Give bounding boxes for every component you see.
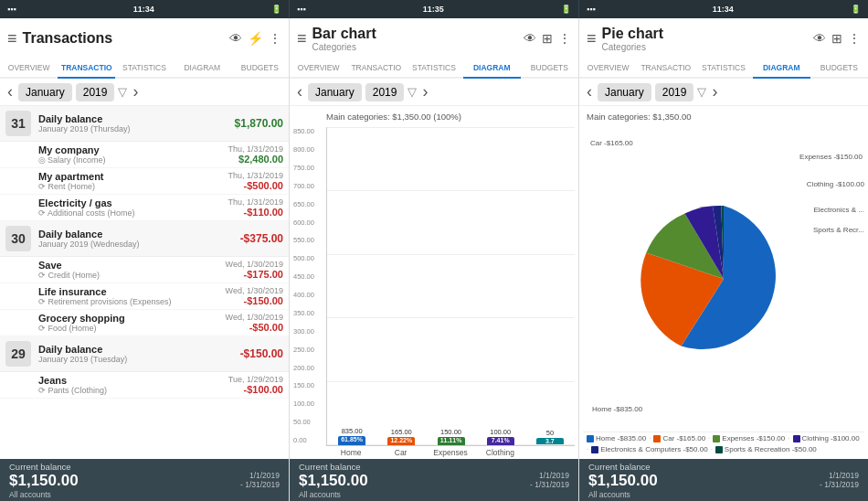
eye-icon-3[interactable]: 👁 [813,31,826,46]
filter-funnel-3[interactable]: ▽ [697,85,706,99]
footer-label-1: Current balance [9,462,79,472]
tab-overview-1[interactable]: OVERVIEW [0,59,58,77]
more-icon-2[interactable]: ⋮ [558,31,571,46]
more-icon-1[interactable]: ⋮ [269,31,281,46]
barchart-subtitle: Categories [312,42,518,52]
tab-budgets-1[interactable]: BUDGETS [231,59,289,77]
eye-icon-2[interactable]: 👁 [524,31,536,46]
txn-cat-mycompany: ◎Salary (Income) [38,155,228,165]
txn-save: Save ⟳ Credit (Home) Wed, 1/30/2019 -$17… [0,257,289,283]
legend-dot-electronics [591,446,598,453]
tab-transactions-3[interactable]: TRANSACTIO [637,59,694,77]
tab-diagram-3[interactable]: DIAGRAM [753,59,810,79]
bar-expenses[interactable]: 11.11% [438,437,465,445]
y-label-650: 650.00 [293,200,326,208]
bar-other[interactable]: 3.7 [536,438,564,445]
footer-amount-2: $1,150.00 [299,472,368,490]
time-1: 11:34 [133,5,154,14]
next-month-3[interactable]: › [710,82,719,101]
bar-car[interactable]: 12.22% [387,437,415,445]
tab-statistics-1[interactable]: STATISTICS [115,59,173,77]
txn-electricity: Electricity / gas ⟳ Additional costs (Ho… [0,195,289,221]
bar-pct-clothing: 7.41% [492,437,510,445]
piechart-header: Main categories: $1,350.00 [583,110,864,125]
grid-line-1 [327,381,575,382]
tab-transactions-2[interactable]: TRANSACTIO [347,59,405,77]
y-label-0: 0.00 [293,436,326,444]
prev-month-1[interactable]: ‹ [5,82,15,101]
tab-transactions-1[interactable]: TRANSACTIO [58,59,115,79]
footer-date-1: 1/1/2019 [240,471,280,480]
x-label-other [529,448,571,457]
day-sub-31: January 2019 (Thursday) [38,124,228,133]
more-icon-3[interactable]: ⋮ [848,31,861,46]
legend-sep-3: · [788,434,789,442]
tab-diagram-2[interactable]: DIAGRAM [463,59,521,79]
legend-label-electronics: Electronics & Computers -$50.00 [600,445,707,453]
bar-clothing[interactable]: 7.41% [487,437,514,445]
nav-bar-2: ‹ January 2019 ▽ › [290,79,578,106]
y-label-100: 100.00 [293,400,326,408]
piechart-subtitle: Categories [602,42,808,52]
nav-bar-1: ‹ January 2019 ▽ › [0,79,289,106]
x-label-car: Car [379,448,421,457]
footer-date2-1: - 1/31/2019 [240,480,280,489]
filter-funnel-2[interactable]: ▽ [408,85,417,99]
day-sub-29: January 2019 (Tuesday) [38,355,233,364]
next-month-2[interactable]: › [420,82,429,101]
month-btn-2[interactable]: January [308,83,362,101]
txn-amount-apartment: -$500.00 [228,180,283,191]
y-label-300: 300.00 [293,327,326,336]
eye-icon-1[interactable]: 👁 [229,31,242,46]
y-label-550: 550.00 [293,236,326,244]
txn-cat-grocery: ⟳ Food (Home) [38,324,226,333]
txn-name-insurance: Life insurance [38,286,226,297]
legend-label-expenses: Expenses -$150.00 [722,434,785,442]
bar-home[interactable]: 61.85% [338,436,365,445]
menu-icon-3[interactable]: ≡ [587,29,597,48]
day-info-29: Daily balance January 2019 (Tuesday) [38,344,233,364]
month-btn-1[interactable]: January [18,83,72,101]
status-bar-1: ▪▪▪ 11:34 🔋 [0,0,289,18]
menu-icon-1[interactable]: ≡ [7,29,17,48]
next-month-1[interactable]: › [131,82,140,101]
tab-budgets-3[interactable]: BUDGETS [810,59,868,77]
tab-overview-2[interactable]: OVERVIEW [290,59,347,77]
prev-month-2[interactable]: ‹ [295,82,304,101]
year-btn-3[interactable]: 2019 [655,83,694,101]
tab-overview-3[interactable]: OVERVIEW [579,59,637,77]
month-btn-3[interactable]: January [598,83,651,101]
legend-dot-clothing [793,435,800,442]
legend-sep-2: · [708,434,710,442]
nav-bar-3: ‹ January 2019 ▽ › [579,79,868,106]
txn-grocery: Grocery shopping ⟳ Food (Home) Wed, 1/30… [0,310,289,336]
tab-statistics-2[interactable]: STATISTICS [405,59,462,77]
signal-bars-3: ▪▪▪ [587,5,596,14]
day-num-29: 29 [5,341,31,367]
menu-icon-2[interactable]: ≡ [297,29,307,48]
status-bar-2: ▪▪▪ 11:35 🔋 [289,0,578,18]
status-bar-3: ▪▪▪ 11:34 🔋 [578,0,868,18]
piechart-topbar: ≡ Pie chart Categories 👁 ⊞ ⋮ [579,18,868,59]
pie-label-electronics: Electronics & ... [813,206,864,214]
filter-funnel-1[interactable]: ▽ [118,85,127,99]
grid-icon-2[interactable]: ⊞ [542,31,553,46]
txn-name-save: Save [38,260,226,271]
tab-statistics-3[interactable]: STATISTICS [694,59,752,77]
y-label-50: 50.00 [293,418,326,426]
legend-items: Home -$835.00 · Car -$165.00 · Expenses … [587,434,861,453]
grid-icon-3[interactable]: ⊞ [831,31,842,46]
year-btn-2[interactable]: 2019 [365,83,405,101]
tab-budgets-2[interactable]: BUDGETS [521,59,578,77]
filter-icon-1[interactable]: ⚡ [248,31,263,46]
y-label-800: 800.00 [293,145,326,154]
prev-month-3[interactable]: ‹ [585,82,594,101]
year-btn-1[interactable]: 2019 [76,83,115,101]
day-header-30: 30 Daily balance January 2019 (Wednesday… [0,221,289,257]
pie-label-car: Car -$165.00 [590,139,633,147]
legend-home: Home -$835.00 [587,434,646,442]
tab-diagram-1[interactable]: DIAGRAM [174,59,231,77]
footer-1: Current balance $1,150.00 All accounts 1… [0,459,289,501]
barchart-topbar: ≡ Bar chart Categories 👁 ⊞ ⋮ [290,18,578,59]
bar-pct-expenses: 11.11% [440,437,462,445]
